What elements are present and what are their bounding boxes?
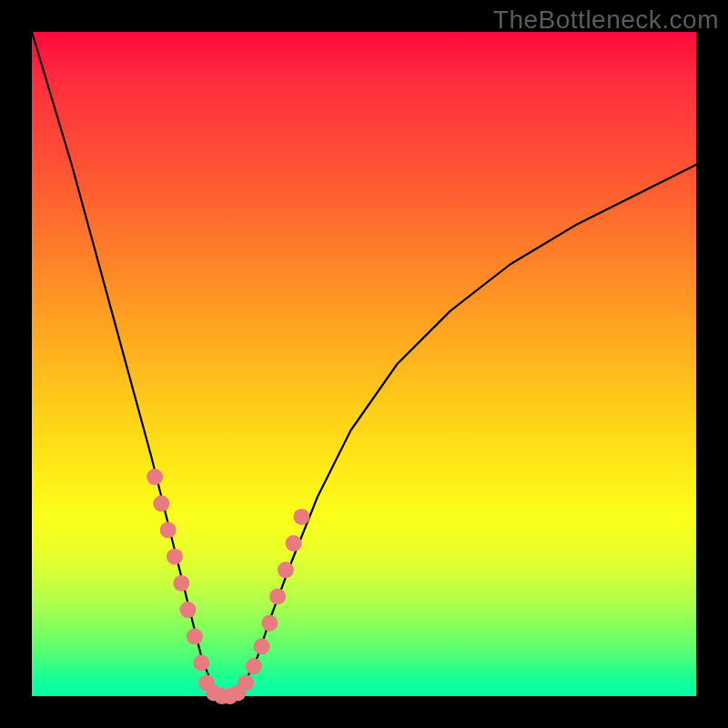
highlight-dot xyxy=(261,615,278,632)
highlight-dot xyxy=(187,628,203,644)
highlight-dot xyxy=(269,589,286,605)
highlight-dots xyxy=(147,469,309,704)
highlight-dot xyxy=(254,638,270,654)
highlight-dot xyxy=(180,602,197,618)
highlight-dot xyxy=(286,535,302,551)
highlight-dot xyxy=(173,575,189,592)
highlight-dot xyxy=(167,549,183,565)
chart-svg xyxy=(32,32,696,696)
highlight-dot xyxy=(246,658,262,674)
highlight-dot xyxy=(147,469,163,485)
chart-frame: TheBottleneck.com xyxy=(0,0,728,728)
watermark-label: TheBottleneck.com xyxy=(493,5,719,35)
chart-plot-area xyxy=(32,32,696,696)
highlight-dot xyxy=(278,561,294,578)
highlight-dot xyxy=(160,522,177,539)
highlight-dot xyxy=(193,655,209,672)
highlight-dot xyxy=(238,674,254,691)
bottleneck-curve-line xyxy=(32,32,696,696)
highlight-dot xyxy=(293,509,309,525)
highlight-dot xyxy=(153,495,169,511)
